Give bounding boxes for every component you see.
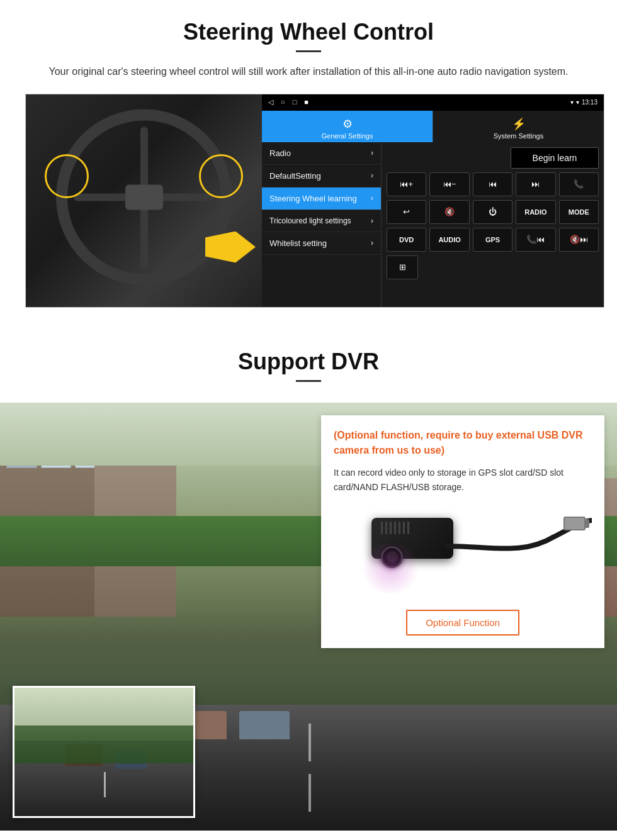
gps-button[interactable]: GPS xyxy=(473,228,512,252)
steering-subtitle: Your original car's steering wheel contr… xyxy=(38,64,579,80)
home-icon: ○ xyxy=(281,98,285,106)
menu-radio-label: Radio xyxy=(269,148,291,158)
menu-arrow-whitelist: › xyxy=(371,238,373,247)
menu-item-tricoloured[interactable]: Tricoloured light settings › xyxy=(262,210,381,232)
recents-icon: □ xyxy=(293,98,297,106)
nav-icons-left: ◁ ○ □ ■ xyxy=(268,98,308,106)
menu-tricoloured-label: Tricoloured light settings xyxy=(269,216,351,225)
android-statusbar: ◁ ○ □ ■ ▾ ▾ 13:13 xyxy=(262,94,604,111)
phone-prev-button[interactable]: 📞⏮ xyxy=(516,228,555,252)
extra-icon: ⊞ xyxy=(399,262,406,272)
dvr-header: Support DVR xyxy=(0,333,617,403)
phone-prev-icon: 📞⏮ xyxy=(526,235,545,244)
dvr-title: Support DVR xyxy=(25,349,592,375)
tab-general-settings[interactable]: ⚙ General Settings xyxy=(262,111,433,142)
android-content: Radio › DefaultSetting › Steering Wheel … xyxy=(262,142,604,307)
android-tabs[interactable]: ⚙ General Settings ⚡ System Settings xyxy=(262,111,604,142)
gps-label: GPS xyxy=(485,236,500,244)
radio-label: RADIO xyxy=(524,208,546,216)
dvr-section: Support DVR xyxy=(0,333,617,831)
prev-track-button[interactable]: ⏮ xyxy=(473,172,512,196)
thumb-trees xyxy=(14,725,193,763)
control-row-1: ⏮+ ⏮− ⏮ ⏭ 📞 xyxy=(387,172,599,196)
car-parked-2 xyxy=(239,711,290,739)
thumbnail-scene xyxy=(14,688,193,816)
power-icon: ⏻ xyxy=(489,207,497,216)
time-display: 13:13 xyxy=(582,99,597,106)
dvr-description: It can record video only to storage in G… xyxy=(334,466,592,496)
menu-whitelist-label: Whitelist setting xyxy=(269,238,327,248)
vol-up-icon: ⏮+ xyxy=(400,179,413,189)
wheel-center-hub xyxy=(125,184,163,210)
steering-section: Steering Wheel Control Your original car… xyxy=(0,0,617,320)
dvr-info-card: (Optional function, require to buy exter… xyxy=(321,415,604,649)
lane-mark-2 xyxy=(308,774,311,812)
tab-system-label: System Settings xyxy=(494,132,543,140)
mute-next-button[interactable]: 🔇⏭ xyxy=(559,228,599,252)
tab-general-label: General Settings xyxy=(322,132,373,140)
menu-default-label: DefaultSetting xyxy=(269,171,321,181)
hang-up-button[interactable]: ↩ xyxy=(387,200,426,224)
lane-mark-1 xyxy=(308,724,311,761)
phone-button[interactable]: 📞 xyxy=(559,172,599,196)
dvr-optional-notice: (Optional function, require to buy exter… xyxy=(334,428,592,458)
audio-button[interactable]: AUDIO xyxy=(429,228,469,252)
menu-arrow-tricoloured: › xyxy=(371,216,373,225)
menu-steering-label: Steering Wheel learning xyxy=(269,194,357,203)
power-button[interactable]: ⏻ xyxy=(473,200,512,224)
dvr-title-divider xyxy=(296,380,321,382)
highlight-circle-left xyxy=(45,154,89,198)
arrow-indicator xyxy=(205,232,256,263)
begin-learn-button[interactable]: Begin learn xyxy=(511,147,599,169)
wifi-icon: ▾ xyxy=(576,99,579,106)
menu-item-steering-wheel[interactable]: Steering Wheel learning › xyxy=(262,188,381,210)
mode-label: MODE xyxy=(569,208,589,216)
optional-function-button[interactable]: Optional Function xyxy=(406,610,519,636)
usb-tab xyxy=(584,519,589,528)
prev-track-icon: ⏮ xyxy=(489,179,497,189)
mode-button[interactable]: MODE xyxy=(559,200,599,224)
menu-item-whitelist[interactable]: Whitelist setting › xyxy=(262,232,381,255)
control-row-4: ⊞ xyxy=(387,255,599,279)
dvd-label: DVD xyxy=(399,236,414,244)
vol-up-button[interactable]: ⏮+ xyxy=(387,172,426,196)
dvd-button[interactable]: DVD xyxy=(387,228,426,252)
mute-button[interactable]: 🔇 xyxy=(429,200,469,224)
dvr-background-container: (Optional function, require to buy exter… xyxy=(0,403,617,831)
audio-label: AUDIO xyxy=(438,236,460,244)
phone-icon: 📞 xyxy=(574,179,584,189)
menu-item-default[interactable]: DefaultSetting › xyxy=(262,165,381,188)
highlight-circle-right xyxy=(199,154,243,198)
settings-menu-list: Radio › DefaultSetting › Steering Wheel … xyxy=(262,142,382,307)
extra-button[interactable]: ⊞ xyxy=(387,255,418,279)
title-divider xyxy=(296,50,321,52)
steering-controls-panel: Begin learn ⏮+ ⏮− ⏮ xyxy=(382,142,604,307)
camera-glow-effect xyxy=(359,543,422,593)
dvr-street-background: (Optional function, require to buy exter… xyxy=(0,403,617,831)
radio-button[interactable]: RADIO xyxy=(516,200,555,224)
back-icon: ◁ xyxy=(268,98,273,106)
system-icon: ⚡ xyxy=(437,117,600,131)
settings-gear-icon: ⚙ xyxy=(266,117,429,131)
menu-arrow-default: › xyxy=(371,171,373,180)
begin-learn-row: Begin learn xyxy=(387,147,599,169)
control-row-3: DVD AUDIO GPS 📞⏮ 🔇⏭ xyxy=(387,228,599,252)
control-row-2: ↩ 🔇 ⏻ RADIO MODE xyxy=(387,200,599,224)
camera-device-container xyxy=(334,505,592,600)
steering-wheel xyxy=(56,109,232,285)
steering-title: Steering Wheel Control xyxy=(25,19,592,45)
steering-demo: ◁ ○ □ ■ ▾ ▾ 13:13 ⚙ General Settings xyxy=(25,94,604,308)
steering-photo xyxy=(26,94,262,307)
hang-up-icon: ↩ xyxy=(403,207,410,216)
thumb-lane xyxy=(104,772,106,797)
menu-arrow-steering: › xyxy=(371,194,373,203)
signal-icon: ▾ xyxy=(570,99,574,106)
menu-item-radio[interactable]: Radio › xyxy=(262,142,381,165)
vol-down-icon: ⏮− xyxy=(443,179,456,189)
tab-system-settings[interactable]: ⚡ System Settings xyxy=(433,111,604,142)
next-track-button[interactable]: ⏭ xyxy=(516,172,555,196)
android-ui-panel: ◁ ○ □ ■ ▾ ▾ 13:13 ⚙ General Settings xyxy=(262,94,604,307)
vol-down-button[interactable]: ⏮− xyxy=(429,172,469,196)
usb-connector xyxy=(563,517,586,530)
mute-icon: 🔇 xyxy=(444,207,455,216)
